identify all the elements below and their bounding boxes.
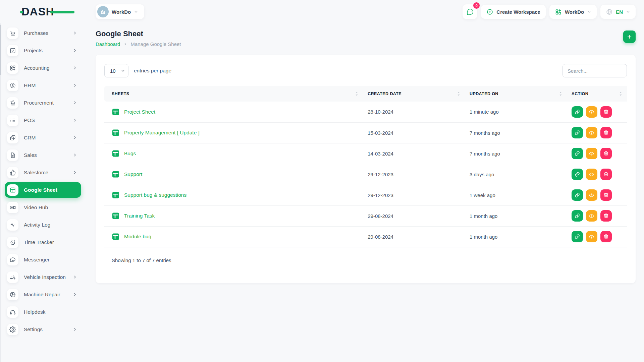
add-sheet-button[interactable]: + <box>623 31 636 43</box>
open-link-button[interactable] <box>572 210 583 222</box>
logo-text: DASH <box>21 5 54 18</box>
chevron-right-icon <box>73 170 77 175</box>
chevron-right-icon <box>73 101 77 105</box>
delete-button[interactable] <box>600 148 612 159</box>
globe-icon <box>606 8 613 15</box>
sheet-link[interactable]: Project Sheet <box>124 109 155 115</box>
view-button[interactable] <box>586 106 597 118</box>
column-header-created-date[interactable]: CREATED DATE <box>363 86 465 102</box>
sheet-row: Bugs 14-03-2024 7 months ago <box>104 143 627 164</box>
sort-icon <box>355 92 358 96</box>
sheet-link[interactable]: Support <box>124 171 142 177</box>
sidebar-scrollbar-thumb <box>0 25 1 75</box>
sidebar-item-projects[interactable]: Projects <box>5 43 81 58</box>
updated-on-cell: 1 week ago <box>465 185 567 205</box>
breadcrumb: Dashboard Manage Google Sheet <box>96 41 181 47</box>
top-bar: DASH WorkDo 0 Create Workspace WorkDo EN <box>0 0 644 23</box>
delete-button[interactable] <box>600 127 612 138</box>
topbar-actions: 0 Create Workspace WorkDo EN <box>463 4 636 19</box>
sidebar-item-machine-repair[interactable]: Machine Repair <box>5 287 81 302</box>
breadcrumb-dashboard-link[interactable]: Dashboard <box>96 41 120 47</box>
sidebar-item-sales[interactable]: Sales <box>5 147 81 163</box>
sheet-link[interactable]: Support bug & suggestions <box>124 192 186 198</box>
main-content: Google Sheet Dashboard Manage Google She… <box>87 23 644 362</box>
workspace-avatar <box>97 6 109 17</box>
entries-per-page-select[interactable]: 10 <box>104 64 128 77</box>
updated-on-cell: 1 minute ago <box>465 102 567 122</box>
dots-grid-icon <box>7 115 18 126</box>
sheet-link[interactable]: Bugs <box>124 150 136 157</box>
sidebar-item-settings[interactable]: Settings <box>5 321 81 337</box>
column-header-updated-on[interactable]: UPDATED ON <box>465 86 567 102</box>
open-link-button[interactable] <box>572 189 583 201</box>
chevron-right-icon <box>73 275 77 279</box>
delete-button[interactable] <box>600 106 612 118</box>
fan-icon <box>7 289 18 300</box>
messages-button[interactable]: 0 <box>463 4 477 19</box>
search-input[interactable] <box>562 64 627 77</box>
sidebar-item-crm[interactable]: CRM <box>5 130 81 145</box>
user-target-icon <box>7 80 18 91</box>
view-button[interactable] <box>586 148 597 159</box>
create-workspace-button[interactable]: Create Workspace <box>481 5 546 19</box>
delete-button[interactable] <box>600 169 612 180</box>
view-button[interactable] <box>586 127 597 138</box>
sheet-link[interactable]: Property Management [ Update ] <box>124 130 200 136</box>
view-button[interactable] <box>586 189 597 201</box>
sidebar-item-salesforce[interactable]: Salesforce <box>5 165 81 180</box>
language-selector[interactable]: EN <box>600 5 636 19</box>
sheet-link[interactable]: Training Task <box>124 213 155 219</box>
sidebar-item-helpdesk[interactable]: Helpdesk <box>5 304 81 320</box>
open-link-button[interactable] <box>572 169 583 180</box>
created-date-cell: 29-12-2023 <box>363 185 465 205</box>
eye-icon <box>589 109 594 115</box>
eye-icon <box>589 172 594 177</box>
open-link-button[interactable] <box>572 127 583 138</box>
sidebar-item-purchases[interactable]: Purchases <box>5 25 81 41</box>
app-logo[interactable]: DASH <box>21 5 65 18</box>
sidebar-item-video-hub[interactable]: Video Hub <box>5 199 81 215</box>
chevron-right-icon <box>73 327 77 331</box>
workdo-menu-label: WorkDo <box>565 9 584 15</box>
open-link-button[interactable] <box>572 231 583 242</box>
trash-icon <box>603 213 609 219</box>
entries-per-page-label: entries per page <box>134 68 171 74</box>
view-button[interactable] <box>586 231 597 242</box>
sidebar-item-activity-log[interactable]: Activity Log <box>5 217 81 233</box>
sort-icon <box>457 92 460 96</box>
workdo-menu-button[interactable]: WorkDo <box>549 5 597 19</box>
open-link-button[interactable] <box>572 106 583 118</box>
sidebar-item-messenger[interactable]: Messenger <box>5 252 81 267</box>
eye-icon <box>589 151 594 157</box>
video-camera-icon <box>7 202 18 213</box>
view-button[interactable] <box>586 210 597 222</box>
sidebar-item-accounting[interactable]: Accounting <box>5 60 81 76</box>
delete-button[interactable] <box>600 189 612 201</box>
sidebar-item-hrm[interactable]: HRM <box>5 77 81 93</box>
trash-icon <box>603 234 609 239</box>
link-icon <box>575 109 580 115</box>
sidebar-item-pos[interactable]: POS <box>5 112 81 128</box>
sidebar-item-procurement[interactable]: Procurement <box>5 95 81 111</box>
updated-on-cell: 1 month ago <box>465 205 567 226</box>
check-square-icon <box>7 45 18 56</box>
link-icon <box>575 151 580 156</box>
delete-button[interactable] <box>600 210 612 222</box>
sidebar-item-vehicle-inspection[interactable]: Vehicle Inspection <box>5 269 81 285</box>
delete-button[interactable] <box>600 231 612 242</box>
sidebar-item-time-tracker[interactable]: Time Tracker <box>5 234 81 250</box>
column-header-action[interactable]: ACTION <box>567 86 627 102</box>
updated-on-cell: 7 months ago <box>465 143 567 164</box>
open-link-button[interactable] <box>572 148 583 159</box>
view-button[interactable] <box>586 169 597 180</box>
entries-summary: Showing 1 to 7 of 7 entries <box>104 257 627 263</box>
sidebar-scrollbar-track[interactable] <box>0 23 1 362</box>
sidebar-item-google-sheet[interactable]: Google Sheet <box>5 182 81 198</box>
created-date-cell: 28-10-2024 <box>363 102 465 122</box>
table-icon <box>7 184 18 196</box>
chevron-right-icon <box>73 31 77 35</box>
building-icon <box>100 8 106 15</box>
column-header-sheets[interactable]: SHEETS <box>104 86 363 102</box>
workspace-switcher[interactable]: WorkDo <box>96 4 144 19</box>
sheet-link[interactable]: Module bug <box>124 234 151 240</box>
